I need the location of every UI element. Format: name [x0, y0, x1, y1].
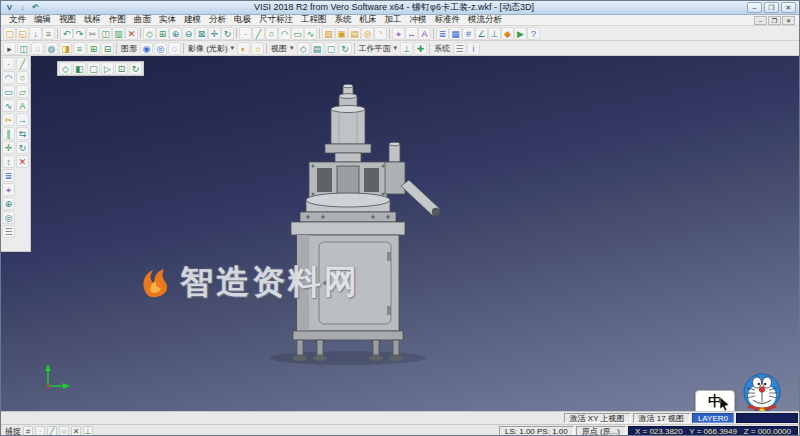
- polygon-icon[interactable]: ▱: [16, 85, 29, 98]
- active-view-indicator[interactable]: 激活 17 视图: [633, 413, 690, 423]
- menu-item-加工[interactable]: 加工: [381, 14, 406, 26]
- show-all-icon[interactable]: ◍: [45, 42, 58, 55]
- hidden-line-icon[interactable]: ◌: [168, 42, 181, 55]
- settings-icon[interactable]: ☰: [2, 225, 15, 238]
- chevron-down-icon[interactable]: ▾: [231, 44, 235, 52]
- pan-icon[interactable]: ✛: [208, 27, 221, 40]
- undo-icon[interactable]: ↶: [60, 27, 73, 40]
- menu-item-尺寸标注[interactable]: 尺寸标注: [255, 14, 297, 26]
- cpl-xy-icon[interactable]: ⊥: [400, 42, 413, 55]
- cam-icon[interactable]: ◆: [501, 27, 514, 40]
- open-icon[interactable]: ◱: [16, 27, 29, 40]
- info-icon[interactable]: i: [467, 42, 480, 55]
- menu-item-冲模[interactable]: 冲模: [406, 14, 431, 26]
- zoom-extents-icon[interactable]: ⊡: [115, 62, 128, 75]
- top-view-icon[interactable]: ▤: [311, 42, 324, 55]
- mdi-minimize-button[interactable]: ‒: [754, 16, 767, 25]
- menu-item-模流分析[interactable]: 模流分析: [464, 14, 506, 26]
- front-view-icon[interactable]: ▢: [87, 62, 100, 75]
- point-icon[interactable]: ·: [239, 27, 252, 40]
- save-quick-icon[interactable]: ↓: [17, 2, 28, 13]
- paste-icon[interactable]: ▥: [112, 27, 125, 40]
- layers-icon[interactable]: ≣: [2, 169, 15, 182]
- origin-indicator[interactable]: 原点 (原...): [576, 426, 626, 436]
- menu-item-作图[interactable]: 作图: [105, 14, 130, 26]
- select-mode-icon[interactable]: ▸: [3, 42, 16, 55]
- render-icon[interactable]: ◐: [237, 42, 250, 55]
- analysis-icon[interactable]: ∠: [475, 27, 488, 40]
- menu-item-线框[interactable]: 线框: [80, 14, 105, 26]
- zoom-icon[interactable]: ⊕: [2, 197, 15, 210]
- rotate-icon[interactable]: ↻: [16, 141, 29, 154]
- trim-icon[interactable]: ✂: [2, 113, 15, 126]
- solid-icon[interactable]: ▣: [335, 27, 348, 40]
- dynamic-3d-icon[interactable]: ↻: [339, 42, 352, 55]
- app-icon[interactable]: V: [4, 2, 15, 13]
- annotate-icon[interactable]: A: [418, 27, 431, 40]
- delete-icon[interactable]: ✕: [125, 27, 138, 40]
- line-icon[interactable]: ╱: [16, 57, 29, 70]
- snap-end-icon[interactable]: ·: [35, 426, 45, 436]
- snap-grid-icon[interactable]: #: [23, 426, 33, 436]
- redo-icon[interactable]: ↷: [73, 27, 86, 40]
- offset-icon[interactable]: ∥: [2, 127, 15, 140]
- rotate-view-icon[interactable]: ↻: [221, 27, 234, 40]
- extrude-icon[interactable]: ▤: [348, 27, 361, 40]
- circle-icon[interactable]: ○: [16, 71, 29, 84]
- snap-perp-icon[interactable]: ⊥: [83, 426, 93, 436]
- menu-item-电极[interactable]: 电极: [230, 14, 255, 26]
- dimension-icon[interactable]: ↔: [405, 27, 418, 40]
- extend-icon[interactable]: →: [16, 113, 29, 126]
- text-icon[interactable]: A: [16, 99, 29, 112]
- active-layer-chip[interactable]: LAYER0: [692, 413, 734, 423]
- lights-icon[interactable]: ☼: [251, 42, 264, 55]
- cpl-new-icon[interactable]: ✚: [414, 42, 427, 55]
- menu-item-曲面[interactable]: 曲面: [130, 14, 155, 26]
- top-view-icon[interactable]: ◧: [73, 62, 86, 75]
- menu-item-标准件[interactable]: 标准件: [431, 14, 465, 26]
- pan-view-icon[interactable]: ◎: [2, 211, 15, 224]
- rectangle-icon[interactable]: ▭: [291, 27, 304, 40]
- menu-item-实体[interactable]: 实体: [155, 14, 180, 26]
- group-icon[interactable]: ⊞: [87, 42, 100, 55]
- layers-icon[interactable]: ≣: [436, 27, 449, 40]
- mirror-icon[interactable]: ⇆: [16, 127, 29, 140]
- mdi-close-button[interactable]: ✕: [782, 16, 795, 25]
- spline-icon[interactable]: ∿: [2, 99, 15, 112]
- measure-icon[interactable]: ⌖: [2, 183, 15, 196]
- close-button[interactable]: ✕: [781, 2, 796, 13]
- grid-icon[interactable]: ▦: [449, 27, 462, 40]
- zoom-fit-icon[interactable]: ⊠: [195, 27, 208, 40]
- help-icon[interactable]: ?: [527, 27, 540, 40]
- point-icon[interactable]: ·: [2, 57, 15, 70]
- new-icon[interactable]: ▢: [3, 27, 16, 40]
- options-icon[interactable]: ☰: [453, 42, 466, 55]
- iso-view-icon[interactable]: ◇: [59, 62, 72, 75]
- menu-item-工程图[interactable]: 工程图: [297, 14, 331, 26]
- arc-icon[interactable]: ◠: [278, 27, 291, 40]
- mdi-restore-button[interactable]: ❐: [768, 16, 781, 25]
- snap-settings-icon[interactable]: #: [462, 27, 475, 40]
- undo-quick-icon[interactable]: ↶: [30, 2, 41, 13]
- line-icon[interactable]: ╱: [252, 27, 265, 40]
- color-icon[interactable]: ◨: [59, 42, 72, 55]
- right-view-icon[interactable]: ▷: [101, 62, 114, 75]
- shaded-icon[interactable]: ◉: [140, 42, 153, 55]
- fillet-icon[interactable]: ◝: [374, 27, 387, 40]
- hide-icon[interactable]: ◌: [31, 42, 44, 55]
- menu-item-建模[interactable]: 建模: [180, 14, 205, 26]
- group-label[interactable]: 工作平面: [359, 43, 391, 54]
- menu-item-系统[interactable]: 系统: [331, 14, 356, 26]
- delete-icon[interactable]: ✕: [16, 155, 29, 168]
- 3d-viewport[interactable]: ·╱◠○▭▱∿A✂→∥⇆✛↻↕✕≣⌖⊕◎☰ ◇◧▢▷⊡↻: [1, 56, 800, 411]
- explode-icon[interactable]: ⊟: [101, 42, 114, 55]
- minimize-button[interactable]: ‒: [747, 2, 762, 13]
- measure-icon[interactable]: ⌖: [392, 27, 405, 40]
- chevron-down-icon[interactable]: ▾: [290, 44, 294, 52]
- group-label[interactable]: 影像 (光影): [188, 43, 228, 54]
- zoom-in-icon[interactable]: ⊕: [169, 27, 182, 40]
- active-workplane-indicator[interactable]: 激活 XY 上视图: [564, 413, 631, 423]
- cut-icon[interactable]: ✂: [86, 27, 99, 40]
- menu-item-文件[interactable]: 文件: [5, 14, 30, 26]
- group-label[interactable]: 视图: [271, 43, 287, 54]
